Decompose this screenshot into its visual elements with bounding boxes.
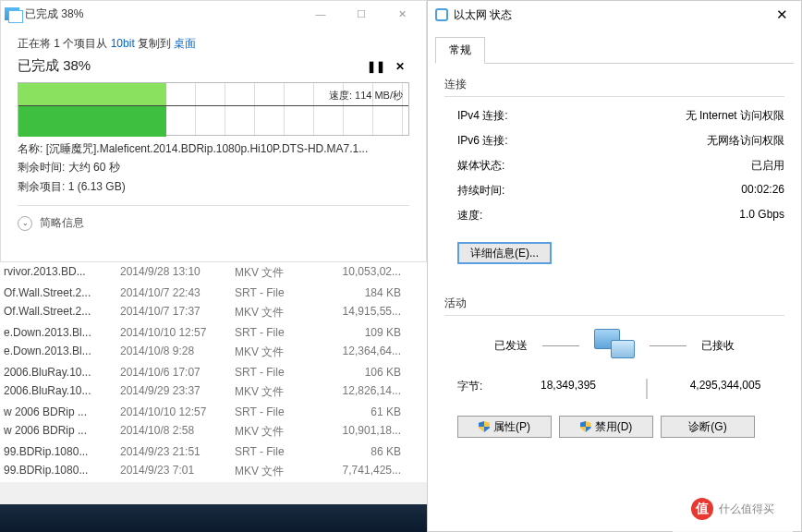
dest-link[interactable]: 桌面 xyxy=(174,37,196,50)
brief-info-link[interactable]: 简略信息 xyxy=(40,215,84,231)
file-name: Of.Wall.Street.2... xyxy=(4,305,120,320)
connection-header: 连接 xyxy=(444,77,784,92)
file-date: 2014/9/23 7:01 xyxy=(120,464,235,479)
file-copy-dialog: 已完成 38% — ☐ ✕ 正在将 1 个项目从 10bit 复制到 桌面 已完… xyxy=(0,0,427,262)
table-row[interactable]: e.Down.2013.Bl...2014/10/8 9:28MKV 文件12,… xyxy=(0,342,427,363)
table-row[interactable]: w 2006 BDRip ...2014/10/8 2:58MKV 文件10,9… xyxy=(0,421,427,442)
maximize-button[interactable]: ☐ xyxy=(341,1,382,27)
speed-key: 速度: xyxy=(444,208,555,224)
file-name: rvivor.2013.BD... xyxy=(4,265,120,281)
file-type: MKV 文件 xyxy=(235,384,316,400)
file-date: 2014/10/8 2:58 xyxy=(120,424,235,440)
file-date: 2014/10/8 9:28 xyxy=(120,345,235,360)
file-date: 2014/10/6 17:07 xyxy=(120,366,235,379)
file-date: 2014/9/28 13:10 xyxy=(120,265,235,281)
activity-graphic: 已发送 已接收 xyxy=(444,329,784,362)
copy-dialog-titlebar: 已完成 38% — ☐ ✕ xyxy=(1,1,426,27)
file-size: 86 KB xyxy=(316,445,418,458)
tab-general[interactable]: 常规 xyxy=(435,37,485,64)
eth-title: 以太网 状态 xyxy=(454,7,512,23)
chevron-down-icon[interactable]: ⌄ xyxy=(18,216,32,231)
ipv4-val: 无 Internet 访问权限 xyxy=(555,108,784,124)
file-size: 184 KB xyxy=(316,286,418,299)
file-name: 2006.BluRay.10... xyxy=(4,366,120,379)
table-row[interactable]: Of.Wall.Street.2...2014/10/7 17:37MKV 文件… xyxy=(0,302,427,323)
file-type: SRT - File xyxy=(235,326,316,339)
details-button[interactable]: 详细信息(E)... xyxy=(457,242,552,264)
file-name: 2006.BluRay.10... xyxy=(4,384,120,400)
pause-button[interactable]: ❚❚ xyxy=(367,58,385,75)
file-type: SRT - File xyxy=(235,286,316,299)
speed-graph: 速度: 114 MB/秒 xyxy=(18,82,409,136)
file-size: 61 KB xyxy=(316,405,418,418)
file-type: SRT - File xyxy=(235,366,316,379)
table-row[interactable]: 99.BDRip.1080...2014/9/23 7:01MKV 文件7,74… xyxy=(0,461,427,482)
minimize-button[interactable]: — xyxy=(300,1,341,27)
speed-val: 1.0 Gbps xyxy=(555,208,784,224)
close-button[interactable]: ✕ xyxy=(382,1,422,27)
file-name: 99.BDRip.1080... xyxy=(4,464,120,479)
shield-icon xyxy=(580,421,591,432)
file-name: Of.Wall.Street.2... xyxy=(4,286,120,299)
bytes-label: 字节: xyxy=(444,379,509,399)
duration-key: 持续时间: xyxy=(444,183,555,199)
disable-button[interactable]: 禁用(D) xyxy=(559,416,653,438)
file-date: 2014/9/29 23:37 xyxy=(120,384,235,400)
remaining-time-label: 剩余时间: 大约 60 秒 xyxy=(18,158,409,176)
properties-button[interactable]: 属性(P) xyxy=(457,416,552,438)
media-val: 已启用 xyxy=(555,158,784,174)
media-key: 媒体状态: xyxy=(444,158,555,174)
table-row[interactable]: Of.Wall.Street.2...2014/10/7 22:43SRT - … xyxy=(0,284,427,302)
speed-label: 速度: 114 MB/秒 xyxy=(329,89,403,103)
network-icon xyxy=(435,8,448,21)
smzdm-logo-icon: 值 xyxy=(691,498,713,520)
file-date: 2014/10/7 17:37 xyxy=(120,305,235,320)
file-type: SRT - File xyxy=(235,445,316,458)
eth-titlebar: 以太网 状态 ✕ xyxy=(428,1,801,29)
table-row[interactable]: 2006.BluRay.10...2014/9/29 23:37MKV 文件12… xyxy=(0,381,427,403)
file-size: 106 KB xyxy=(316,366,418,379)
file-type: MKV 文件 xyxy=(235,464,316,479)
table-row[interactable]: 99.BDRip.1080...2014/9/23 21:51SRT - Fil… xyxy=(0,442,427,461)
shield-icon xyxy=(479,421,490,432)
file-name: w 2006 BDRip ... xyxy=(4,424,120,440)
file-name: e.Down.2013.Bl... xyxy=(4,345,120,360)
file-type: MKV 文件 xyxy=(235,265,316,281)
file-date: 2014/10/10 12:57 xyxy=(120,326,235,339)
file-size: 109 KB xyxy=(316,326,418,339)
computer-icon xyxy=(594,329,635,362)
table-row[interactable]: rvivor.2013.BD...2014/9/28 13:10MKV 文件10… xyxy=(0,262,427,284)
table-row[interactable]: e.Down.2013.Bl...2014/10/10 12:57SRT - F… xyxy=(0,323,427,342)
file-list: rvivor.2013.BD...2014/9/28 13:10MKV 文件10… xyxy=(0,262,427,482)
activity-header: 活动 xyxy=(444,296,784,311)
ipv4-key: IPv4 连接: xyxy=(444,108,555,124)
file-name-label: 名称: [沉睡魔咒].Maleficent.2014.BDRip.1080p.H… xyxy=(18,139,409,158)
file-type: SRT - File xyxy=(235,405,316,418)
copy-dialog-title: 已完成 38% xyxy=(25,6,83,22)
file-type: MKV 文件 xyxy=(235,424,316,440)
file-name: e.Down.2013.Bl... xyxy=(4,326,120,339)
recv-label: 已接收 xyxy=(701,338,735,354)
file-size: 12,826,14... xyxy=(316,384,418,400)
duration-val: 00:02:26 xyxy=(555,183,784,199)
progress-percent: 已完成 38% xyxy=(18,57,361,75)
file-name: 99.BDRip.1080... xyxy=(4,445,120,458)
file-date: 2014/10/10 12:57 xyxy=(120,405,235,418)
file-name: w 2006 BDRip ... xyxy=(4,405,120,418)
bytes-recv: 4,295,344,005 xyxy=(666,379,784,399)
table-row[interactable]: w 2006 BDRip ...2014/10/10 12:57SRT - Fi… xyxy=(0,403,427,421)
bytes-sent: 18,349,395 xyxy=(509,379,627,399)
cancel-button[interactable]: ✕ xyxy=(391,58,409,75)
remaining-items-label: 剩余项目: 1 (6.13 GB) xyxy=(18,177,409,196)
watermark: 值 什么值得买 xyxy=(673,486,793,532)
file-type: MKV 文件 xyxy=(235,305,316,320)
table-row[interactable]: 2006.BluRay.10...2014/10/6 17:07SRT - Fi… xyxy=(0,363,427,381)
close-button[interactable]: ✕ xyxy=(771,6,794,23)
file-size: 10,053,02... xyxy=(316,265,418,281)
file-type: MKV 文件 xyxy=(235,345,316,360)
ipv6-key: IPv6 连接: xyxy=(444,133,555,149)
file-size: 10,901,18... xyxy=(316,424,418,440)
source-link[interactable]: 10bit xyxy=(111,37,135,50)
diagnose-button[interactable]: 诊断(G) xyxy=(661,416,755,438)
file-date: 2014/9/23 21:51 xyxy=(120,445,235,458)
